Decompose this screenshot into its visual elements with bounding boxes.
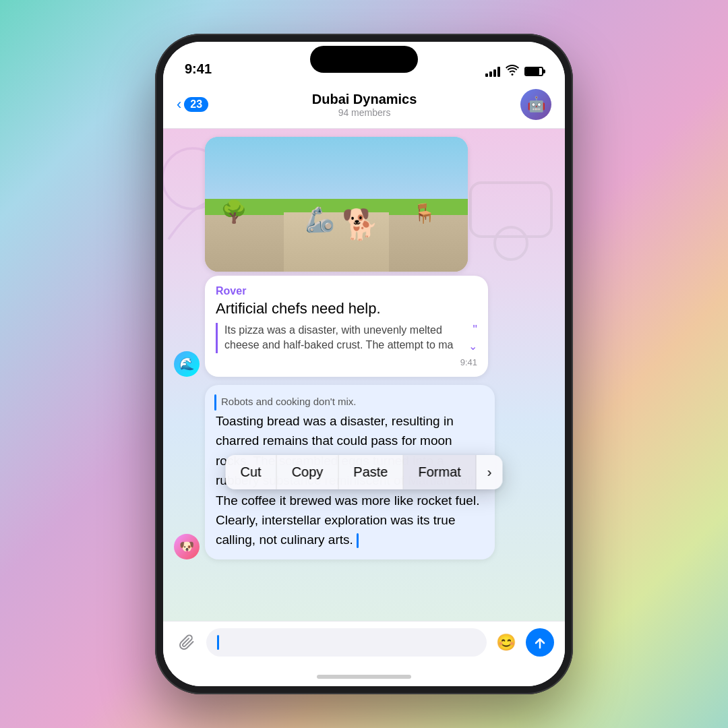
sender-avatar-2: 🐶 (174, 534, 200, 559)
rover-sender-name: Rover (216, 285, 477, 297)
quoted-text-block: Its pizza was a disaster, with unevenly … (216, 323, 477, 353)
context-menu-format[interactable]: Format (403, 455, 476, 489)
quoted-text: Its pizza was a disaster, with unevenly … (224, 323, 462, 353)
back-badge[interactable]: 23 (184, 97, 208, 112)
chat-name: Dubai Dynamics (208, 92, 520, 107)
header-avatar[interactable]: 🤖 (520, 89, 551, 120)
preview-text: Robots and cooking don't mix. (221, 394, 484, 408)
chevron-right-icon: › (487, 464, 492, 480)
image-message-row: 🌊 (174, 137, 554, 377)
phone-frame: 9:41 (155, 34, 573, 694)
context-menu-cut[interactable]: Cut (226, 455, 277, 489)
chat-members: 94 members (208, 107, 520, 118)
input-cursor (217, 635, 219, 650)
phone-screen: 9:41 (163, 42, 565, 686)
home-bar (317, 675, 411, 679)
emoji-button[interactable]: 😊 (493, 630, 519, 655)
chat-title-area: Dubai Dynamics 94 members (208, 92, 520, 118)
message-title: Artificial chefs need help. (216, 300, 477, 317)
messages-container: 🌊 (163, 129, 565, 621)
message-bubble-white: Rover Artificial chefs need help. Its pi… (205, 276, 488, 377)
home-indicator (163, 667, 565, 686)
context-menu-copy[interactable]: Copy (277, 455, 339, 489)
text-selection-cursor (357, 533, 359, 548)
context-menu-more[interactable]: › (477, 455, 503, 489)
back-chevron-icon: ‹ (177, 96, 181, 113)
image-bubble[interactable]: 🦾 🐕 🪑 🌳 (205, 137, 468, 272)
quote-expand: " ⌄ (468, 323, 477, 353)
attach-button[interactable] (174, 630, 200, 655)
sender-avatar-1: 🌊 (174, 351, 200, 377)
battery-icon (524, 67, 543, 76)
message-time-1: 9:41 (216, 357, 477, 367)
send-button[interactable] (526, 628, 554, 657)
emoji-icon: 😊 (496, 633, 516, 652)
chat-header: ‹ 23 Dubai Dynamics 94 members 🤖 (163, 84, 565, 129)
paperclip-icon (179, 634, 195, 650)
send-icon (533, 636, 547, 649)
text-cursor (214, 394, 216, 411)
signal-bars-icon (485, 66, 500, 77)
text-input[interactable] (206, 628, 487, 657)
chat-body: 🌊 (163, 129, 565, 621)
status-icons (485, 65, 543, 78)
status-time: 9:41 (185, 61, 212, 78)
back-button[interactable]: ‹ 23 (177, 96, 208, 113)
chat-image: 🦾 🐕 🪑 🌳 (205, 137, 468, 272)
context-menu: Cut Copy Paste Format › (226, 455, 503, 489)
context-menu-paste[interactable]: Paste (338, 455, 403, 489)
input-bar: 😊 (163, 621, 565, 667)
quote-icon: " (473, 323, 477, 337)
expand-arrow-icon[interactable]: ⌄ (468, 340, 477, 353)
wifi-icon (506, 65, 519, 78)
dynamic-island (310, 46, 418, 73)
